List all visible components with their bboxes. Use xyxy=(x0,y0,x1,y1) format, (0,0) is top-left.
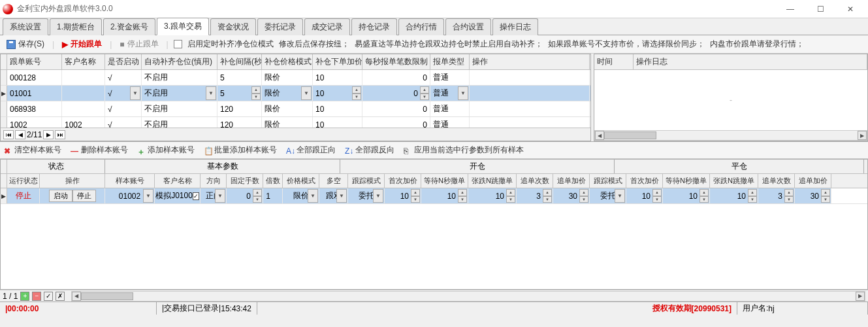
table-row[interactable]: 068938√不启用120限价100普通 xyxy=(1,101,590,117)
bottom-hscroll[interactable]: ◀▶ xyxy=(71,291,865,301)
col-header[interactable]: 追单次数 xyxy=(758,174,795,188)
col-header[interactable]: 张跌N跳撤单 xyxy=(468,174,517,188)
cell[interactable]: 停止 xyxy=(7,188,40,203)
cell[interactable]: 01002▼ xyxy=(105,188,155,203)
cell[interactable]: 1 xyxy=(263,188,283,203)
cell[interactable]: 正向▼ xyxy=(201,188,227,203)
pager-first[interactable]: ⏮ xyxy=(3,130,14,139)
col-header[interactable]: 首次加价 xyxy=(385,174,421,188)
tab-8[interactable]: 合约行情 xyxy=(398,18,444,35)
col-header[interactable]: 追单加价 xyxy=(553,174,590,188)
cell[interactable] xyxy=(62,86,105,101)
scroll-right-icon[interactable]: ▶ xyxy=(856,292,865,301)
col-header[interactable]: 运行状态 xyxy=(7,174,40,188)
spinner[interactable]: ▲▼ xyxy=(652,189,662,203)
table-row[interactable]: 停止启动 停止01002▼模拟J0100 ✓正向▼0▲▼1限价▼跟双▼委托▼10… xyxy=(1,188,867,204)
cell[interactable]: 10▲▼ xyxy=(313,86,362,101)
tab-9[interactable]: 合约设置 xyxy=(445,18,491,35)
col-header[interactable]: 补仓间隔(秒) xyxy=(217,54,262,69)
cell[interactable]: 30▲▼ xyxy=(795,188,831,203)
col-header[interactable]: 多空 xyxy=(319,174,348,188)
cell[interactable]: 0▲▼ xyxy=(227,188,263,203)
spinner[interactable]: ▲▼ xyxy=(699,189,709,203)
col-header[interactable]: 首次加价 xyxy=(626,174,663,188)
cell[interactable]: 限价▼ xyxy=(283,188,319,203)
confirm-row-button[interactable]: ✓ xyxy=(44,292,53,301)
cell[interactable]: 3▲▼ xyxy=(758,188,795,203)
stop-follow-button[interactable]: ■ 停止跟单 xyxy=(117,37,161,51)
scroll-left-icon[interactable]: ◀ xyxy=(72,292,81,301)
spinner[interactable]: ▲▼ xyxy=(458,189,467,203)
col-header[interactable]: 客户名称 xyxy=(155,174,201,188)
cell[interactable]: 限价▼ xyxy=(262,86,313,101)
tab-4[interactable]: 资金状况 xyxy=(210,18,256,35)
minimize-button[interactable]: — xyxy=(775,0,805,18)
col-header[interactable]: 跟踪模式 xyxy=(348,174,385,188)
tab-6[interactable]: 成交记录 xyxy=(304,18,350,35)
save-button[interactable]: 保存(S) xyxy=(4,37,47,51)
spinner[interactable]: ▲▼ xyxy=(821,189,830,203)
scroll-thumb[interactable] xyxy=(81,292,133,300)
col-header[interactable]: 追单次数 xyxy=(517,174,553,188)
log-hscroll[interactable]: ◀▶ xyxy=(594,130,867,141)
start-follow-button[interactable]: ▶ 开始跟单 xyxy=(59,37,104,51)
start-btn[interactable]: 启动 xyxy=(49,190,72,202)
pager-prev[interactable]: ◀ xyxy=(15,130,25,139)
col-header[interactable]: 补仓下单加价 xyxy=(313,54,362,69)
cell[interactable]: 10▲▼ xyxy=(663,188,710,203)
dropdown-icon[interactable]: ▼ xyxy=(336,189,347,203)
dropdown-icon[interactable]: ▼ xyxy=(130,86,140,100)
clear-samples-button[interactable]: ✖清空样本账号 xyxy=(4,145,61,156)
cell[interactable]: 10▲▼ xyxy=(468,188,517,203)
spinner[interactable]: ▲▼ xyxy=(748,189,757,203)
col-header[interactable]: 自动补齐仓位(慎用) xyxy=(142,54,217,69)
col-header[interactable]: 报单类型 xyxy=(430,54,470,69)
dropdown-icon[interactable]: ▼ xyxy=(143,189,153,203)
cell[interactable]: 01001 xyxy=(7,86,62,101)
cell[interactable]: 0▲▼ xyxy=(362,86,430,101)
col-header[interactable]: 价格模式 xyxy=(283,174,319,188)
spinner[interactable]: ▲▼ xyxy=(352,86,361,100)
dropdown-icon[interactable]: ▼ xyxy=(458,86,468,100)
col-header[interactable]: 客户名称 xyxy=(62,54,105,69)
pager-last[interactable]: ⏭ xyxy=(55,130,65,139)
scroll-right-icon[interactable]: ▶ xyxy=(858,131,867,140)
col-header[interactable]: 跟踪模式 xyxy=(590,174,626,188)
close-button[interactable]: ✕ xyxy=(835,0,865,18)
maximize-button[interactable]: ☐ xyxy=(805,0,835,18)
cell[interactable]: 委托▼ xyxy=(590,188,626,203)
spinner[interactable]: ▲▼ xyxy=(784,189,794,203)
cell[interactable]: 普通▼ xyxy=(430,86,470,101)
all-forward-button[interactable]: A↓全部跟正向 xyxy=(286,145,336,156)
pager-next[interactable]: ▶ xyxy=(43,130,54,139)
cell[interactable]: 5▲▼ xyxy=(217,86,262,101)
timed-fill-checkbox[interactable] xyxy=(174,40,182,48)
dropdown-icon[interactable]: ▼ xyxy=(615,189,625,203)
dropdown-icon[interactable]: ▼ xyxy=(373,189,383,203)
spinner[interactable]: ▲▼ xyxy=(251,86,261,100)
stop-btn[interactable]: 停止 xyxy=(72,190,96,202)
dropdown-icon[interactable]: ▼ xyxy=(206,86,216,100)
cell[interactable]: 30▲▼ xyxy=(553,188,590,203)
add-row-button[interactable]: + xyxy=(20,292,29,301)
dropdown-icon[interactable]: ▼ xyxy=(308,189,318,203)
col-header[interactable]: 张跌N跳撤单 xyxy=(710,174,758,188)
col-header[interactable]: 等待N秒撤单 xyxy=(663,174,710,188)
spinner[interactable]: ▲▼ xyxy=(420,86,429,100)
scroll-thumb[interactable] xyxy=(604,131,656,139)
table-row[interactable]: 10021002√不启用120限价100普通 xyxy=(1,117,590,128)
col-header[interactable]: 补仓价格模式 xyxy=(262,54,313,69)
cell[interactable]: 10▲▼ xyxy=(385,188,421,203)
spinner[interactable]: ▲▼ xyxy=(543,189,552,203)
apply-params-button[interactable]: ⎘应用当前选中行参数到所有样本 xyxy=(404,145,524,156)
col-header[interactable]: 操作 xyxy=(470,54,590,69)
cell[interactable]: 不启用▼ xyxy=(142,86,217,101)
cell[interactable]: 10▲▼ xyxy=(710,188,758,203)
tab-2[interactable]: 2.资金账号 xyxy=(103,18,155,35)
scroll-left-icon[interactable]: ◀ xyxy=(595,131,604,140)
col-header[interactable]: 是否启动 xyxy=(105,54,142,69)
add-sample-button[interactable]: ＋添加样本账号 xyxy=(137,145,195,156)
all-reverse-button[interactable]: Z↓全部跟反向 xyxy=(345,145,394,156)
col-header[interactable]: 等待N秒撤单 xyxy=(421,174,468,188)
col-header[interactable]: 操作 xyxy=(40,174,105,188)
